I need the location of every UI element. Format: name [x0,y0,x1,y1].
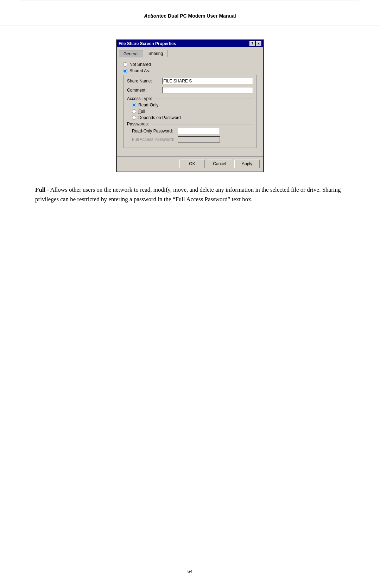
help-button[interactable]: ? [249,41,255,46]
read-only-pwd-input[interactable] [178,128,220,134]
read-only-radio[interactable] [132,103,136,107]
dialog-titlebar: File Share Screen Properties ? × [117,40,263,47]
full-option[interactable]: Full [132,109,253,114]
read-only-pwd-label: Read-Only Password: [132,129,178,134]
depends-option[interactable]: Depends on Password [132,115,253,120]
titlebar-buttons: ? × [249,41,261,46]
full-access-pwd-input[interactable] [178,136,220,143]
share-name-row: Share Name: [127,78,253,84]
comment-row: Comment: [127,87,253,93]
apply-button[interactable]: Apply [234,160,260,168]
read-only-option[interactable]: Read-Only [132,103,253,107]
access-type-header: Access Type: [127,96,253,101]
properties-dialog: File Share Screen Properties ? × General… [116,39,264,172]
dialog-buttons: OK Cancel Apply [117,156,263,172]
full-access-pwd-label: Full Access Password: [132,137,178,142]
comment-input[interactable] [162,87,253,93]
dialog-body: Not Shared Shared As: Share Name: [117,57,263,155]
cancel-button[interactable]: Cancel [207,160,232,168]
full-label: Full [138,109,145,114]
comment-label: Comment: [127,88,162,93]
body-text-rest: - Allows other users on the network to r… [35,186,341,203]
read-only-label: Read-Only [138,103,158,107]
page-header: Actiontec Dual PC Modem User Manual [0,7,380,25]
tab-general[interactable]: General [119,50,143,57]
dialog-title: File Share Screen Properties [119,41,176,46]
full-access-password-row: Full Access Password: [132,136,253,143]
page-number: 64 [0,569,380,581]
shared-as-section: Share Name: Comment: Access Type: [123,75,257,148]
depends-radio[interactable] [132,116,136,120]
tab-sharing[interactable]: Sharing [144,50,167,57]
not-shared-radio[interactable] [123,62,127,67]
tab-bar: General Sharing [117,47,263,57]
full-radio[interactable] [132,109,136,113]
not-shared-label: Not Shared [129,62,151,67]
ok-button[interactable]: OK [179,160,205,168]
shared-as-option[interactable]: Shared As: [123,68,257,73]
read-only-password-row: Read-Only Password: [132,128,253,134]
share-name-label: Share Name: [127,79,162,83]
body-paragraph: Full - Allows other users on the network… [35,185,345,204]
close-button[interactable]: × [256,41,261,46]
brand-rest: tec Dual PC Modem User Manual [159,13,236,19]
shared-as-radio[interactable] [123,69,127,73]
passwords-section: Passwords: Read-Only Password: [127,122,253,143]
not-shared-option[interactable]: Not Shared [123,62,257,67]
shared-as-label: Shared As: [129,68,150,73]
bold-word: Full [35,186,45,193]
share-name-input[interactable] [162,78,253,84]
bottom-rule [21,565,359,569]
depends-label: Depends on Password [138,115,181,120]
dialog-wrapper: File Share Screen Properties ? × General… [35,39,345,172]
brand-italic: Action [144,13,159,19]
passwords-header: Passwords: [127,122,253,126]
